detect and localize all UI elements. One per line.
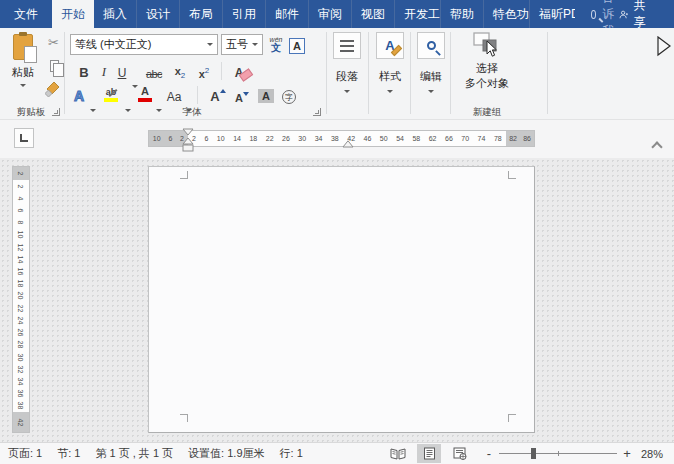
horizontal-ruler: 1062 26101418222630343842465054586266707…: [148, 130, 535, 147]
mouse-cursor: [486, 40, 498, 58]
tell-me-search[interactable]: 告诉我: [591, 0, 619, 28]
ruler-number: 30: [298, 135, 306, 142]
phonetic-guide-button[interactable]: wén 文: [268, 33, 284, 53]
vertical-ruler: 2 2468101214161820222426283032343638 42: [12, 166, 30, 433]
ruler-number: 34: [315, 135, 323, 142]
styles-group-button[interactable]: A 样式: [371, 32, 409, 93]
text-effects-button[interactable]: A: [71, 84, 87, 104]
ruler-number: 6: [168, 135, 172, 142]
ruler-number: 6: [204, 135, 208, 142]
highlight-icon: ab: [104, 88, 118, 102]
font-size-combobox[interactable]: 五号: [221, 34, 263, 55]
enclose-characters-button[interactable]: 字: [281, 84, 297, 104]
zoom-slider[interactable]: [499, 448, 617, 459]
zoom-out-button[interactable]: -: [483, 446, 495, 461]
font-name-value: 等线 (中文正文): [75, 37, 151, 52]
status-page-of[interactable]: 第 1 页 , 共 1 页: [95, 446, 173, 461]
status-line-number[interactable]: 行: 1: [280, 446, 303, 461]
grow-font-button[interactable]: A: [206, 84, 224, 104]
ruler-number: 12: [17, 243, 24, 251]
shrink-font-button[interactable]: A: [230, 84, 248, 104]
ruler-number: 2: [18, 184, 25, 188]
tab-view[interactable]: 视图: [352, 0, 395, 28]
tab-special-features[interactable]: 特色功能: [484, 0, 530, 28]
superscript-button[interactable]: x2: [196, 60, 212, 80]
ruler-number: 28: [17, 341, 24, 349]
font-name-dropdown-arrow[interactable]: [207, 43, 213, 46]
read-mode-button[interactable]: [386, 444, 410, 463]
web-layout-button[interactable]: [448, 444, 472, 463]
font-dialog-launcher[interactable]: [313, 108, 321, 116]
ruler-number: 34: [17, 378, 24, 386]
ruler-number: 16: [17, 268, 24, 276]
status-bar: 页面: 1 节: 1 第 1 页 , 共 1 页 设置值: 1.9厘米 行: 1: [0, 442, 674, 464]
tab-file[interactable]: 文件: [0, 0, 52, 28]
tab-references[interactable]: 引用: [223, 0, 266, 28]
format-painter-button[interactable]: [44, 80, 61, 97]
character-shading-button[interactable]: A: [256, 83, 276, 103]
tab-stop-selector[interactable]: [14, 128, 34, 148]
paragraph-group-button[interactable]: 段落: [328, 32, 366, 93]
ruler-top-margin: 2: [13, 167, 29, 180]
tab-foxit-pdf[interactable]: 福昕PDF: [530, 0, 575, 28]
tab-home[interactable]: 开始: [52, 0, 94, 28]
tab-mailings[interactable]: 邮件: [266, 0, 309, 28]
paste-dropdown-arrow[interactable]: [20, 84, 26, 87]
zoom-slider-thumb[interactable]: [531, 448, 536, 459]
tab-insert[interactable]: 插入: [94, 0, 137, 28]
zoom-in-button[interactable]: +: [621, 446, 633, 461]
indent-markers[interactable]: [182, 128, 194, 152]
right-indent-marker[interactable]: [342, 140, 354, 148]
copy-button[interactable]: [46, 57, 63, 74]
font-group-label: 字体: [66, 106, 318, 119]
share-label: 共享: [634, 0, 650, 31]
clear-formatting-button[interactable]: A: [229, 60, 249, 80]
tab-help[interactable]: 帮助: [441, 0, 484, 28]
document-page[interactable]: [148, 166, 535, 433]
status-page-number[interactable]: 页面: 1: [8, 446, 42, 461]
ruler-number: 14: [17, 255, 24, 263]
zoom-percentage[interactable]: 28%: [641, 448, 663, 460]
ruler-number: 6: [18, 209, 25, 213]
ruler-number: 38: [17, 402, 24, 410]
character-border-button[interactable]: A: [288, 34, 306, 54]
status-section[interactable]: 节: 1: [57, 446, 80, 461]
format-painter-icon: [45, 81, 60, 97]
underline-button[interactable]: U: [116, 60, 128, 80]
status-setting-value[interactable]: 设置值: 1.9厘米: [188, 446, 264, 461]
font-name-combobox[interactable]: 等线 (中文正文): [70, 34, 218, 55]
editing-group-button[interactable]: 编辑: [412, 32, 450, 93]
font-size-dropdown-arrow[interactable]: [252, 43, 258, 46]
cut-button[interactable]: ✂: [45, 34, 62, 51]
font-size-value: 五号: [226, 37, 248, 52]
paragraph-label: 段落: [336, 69, 358, 84]
paste-clipboard-icon: [13, 34, 33, 60]
strikethrough-button[interactable]: abc: [142, 60, 166, 80]
eraser-icon: A: [235, 66, 244, 80]
tab-review[interactable]: 审阅: [309, 0, 352, 28]
tab-design[interactable]: 设计: [137, 0, 180, 28]
highlight-color-button[interactable]: ab: [101, 82, 121, 102]
ruler-number: 14: [233, 135, 241, 142]
web-layout-icon: [453, 447, 467, 460]
change-case-button[interactable]: Aa: [165, 84, 183, 104]
tab-developer[interactable]: 开发工具: [395, 0, 441, 28]
tab-layout[interactable]: 布局: [180, 0, 223, 28]
bold-button[interactable]: B: [76, 60, 92, 80]
collapse-ribbon-icon[interactable]: [653, 140, 662, 149]
print-layout-button[interactable]: [417, 444, 441, 463]
font-color-button[interactable]: A: [136, 82, 154, 102]
word-window: 文件 开始 插入 设计 布局 引用 邮件 审阅 视图 开发工具 帮助 特色功能 …: [0, 0, 674, 464]
share-button[interactable]: 共享: [619, 0, 650, 28]
subscript-button[interactable]: x2: [172, 60, 188, 80]
select-objects-line2: 多个对象: [465, 77, 509, 89]
paste-button[interactable]: 粘贴: [3, 31, 43, 103]
ruler-number: 86: [523, 135, 531, 142]
enclose-characters-icon: 字: [282, 90, 296, 104]
shrink-font-icon: A: [235, 92, 243, 104]
new-group-label: 新建组: [450, 106, 524, 119]
italic-button[interactable]: I: [98, 60, 110, 80]
paragraph-icon: [340, 40, 354, 52]
ruler-number: 22: [17, 304, 24, 312]
clipboard-dialog-launcher[interactable]: [52, 108, 60, 116]
